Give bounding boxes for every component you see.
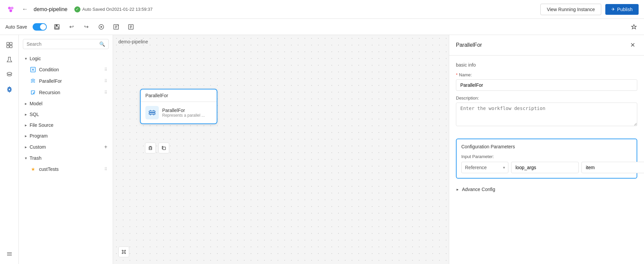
- tree-group-model[interactable]: ► Model: [19, 98, 113, 109]
- input-param-group: Input Parameter: Reference Value Express…: [461, 154, 632, 173]
- right-panel-close-button[interactable]: ✕: [628, 40, 637, 50]
- node-title: ParallelFor: [145, 93, 168, 98]
- right-panel-title: ParallelFor: [456, 42, 482, 48]
- logic-arrow-icon: ▼: [24, 57, 28, 61]
- redo-icon[interactable]: ↪: [82, 22, 91, 32]
- component-tree: ▼ Logic Condition ⠿: [19, 53, 113, 264]
- search-box: 🔍: [23, 39, 109, 49]
- list-item-condition[interactable]: Condition ⠿: [19, 64, 113, 75]
- svg-rect-12: [10, 42, 12, 45]
- advance-arrow-icon: ►: [456, 188, 459, 191]
- sql-arrow-icon: ►: [24, 113, 28, 116]
- right-panel: ParallelFor ✕ basic info * Name: Descrip…: [449, 35, 644, 264]
- nav-menu-icon[interactable]: [3, 248, 15, 260]
- filesource-arrow-icon: ►: [24, 123, 28, 127]
- nav-dashboard-icon[interactable]: [3, 39, 15, 51]
- nav-experiment-icon[interactable]: [3, 54, 15, 66]
- description-label: Description:: [456, 96, 637, 101]
- publish-button[interactable]: ✈ Publish: [605, 4, 639, 15]
- svg-rect-24: [149, 111, 155, 112]
- trash-group-label: Trash: [30, 155, 41, 161]
- sql-group-label: SQL: [30, 112, 39, 117]
- export-icon[interactable]: [111, 22, 121, 32]
- tree-group-filesource[interactable]: ► File Source: [19, 120, 113, 130]
- list-item-custtests[interactable]: ★ custTests ⠿: [19, 163, 113, 175]
- node-body: ParallelFor Represents a parallel ...: [141, 102, 217, 123]
- trash-arrow-icon: ▼: [24, 156, 28, 160]
- nav-data-icon[interactable]: [3, 69, 15, 81]
- nav-settings-icon[interactable]: [3, 83, 15, 96]
- tree-group-custom[interactable]: ► Custom +: [19, 141, 113, 153]
- svg-rect-28: [163, 147, 166, 150]
- undo-icon[interactable]: ↩: [67, 22, 76, 32]
- tree-group-logic[interactable]: ▼ Logic: [19, 53, 113, 64]
- config-section: Configuration Parameters Input Parameter…: [456, 139, 637, 179]
- custtests-drag-icon: ⠿: [104, 167, 107, 172]
- canvas-area[interactable]: demo-pipeline ParallelFor ParallelFor Re…: [113, 35, 449, 264]
- import-icon[interactable]: [126, 22, 136, 32]
- recursion-label: Recursion: [39, 90, 60, 95]
- config-section-title: Configuration Parameters: [461, 144, 632, 149]
- reference-select-wrap: Reference Value Expression ▼: [461, 162, 508, 173]
- advance-config-section[interactable]: ► Advance Config: [456, 185, 637, 193]
- pipeline-name: demo-pipeline: [34, 6, 68, 12]
- custtests-icon: ★: [30, 166, 36, 173]
- model-group-label: Model: [30, 101, 42, 106]
- basic-info-label: basic info: [456, 62, 637, 68]
- description-field: Description:: [456, 96, 637, 127]
- input-param-row: Reference Value Expression ▼: [461, 162, 632, 173]
- tree-group-sql[interactable]: ► SQL: [19, 109, 113, 120]
- canvas-fullscreen-button[interactable]: [118, 247, 129, 257]
- description-textarea[interactable]: [456, 103, 637, 126]
- recursion-icon: [30, 89, 36, 96]
- filesource-group-label: File Source: [30, 122, 53, 128]
- node-actions: [145, 143, 169, 153]
- list-item-recursion[interactable]: Recursion ⠿: [19, 87, 113, 98]
- basic-info-section: basic info * Name: Description:: [456, 62, 637, 132]
- node-delete-button[interactable]: [145, 143, 156, 153]
- condition-label: Condition: [39, 67, 59, 72]
- model-arrow-icon: ►: [24, 102, 28, 106]
- name-field: * Name:: [456, 72, 637, 91]
- component-panel: 🔍 ▼ Logic Condition ⠿: [19, 35, 113, 264]
- svg-rect-5: [55, 27, 59, 29]
- tree-group-trash[interactable]: ▼ Trash: [19, 153, 113, 163]
- svg-point-2: [9, 9, 12, 12]
- right-panel-body: basic info * Name: Description: Configur…: [449, 55, 644, 200]
- node-desc: Represents a parallel ...: [162, 113, 205, 118]
- loop-args-input[interactable]: [511, 162, 579, 173]
- publish-icon: ✈: [611, 7, 615, 12]
- save-icon[interactable]: [52, 22, 62, 32]
- reference-select[interactable]: Reference Value Expression: [461, 162, 508, 173]
- right-panel-header: ParallelFor ✕: [449, 35, 644, 55]
- list-item-parallelfor[interactable]: ParallelFor ⠿: [19, 75, 113, 87]
- parallelfor-node[interactable]: ParallelFor ParallelFor Represents a par…: [140, 89, 217, 124]
- node-copy-button[interactable]: [158, 143, 169, 153]
- back-button[interactable]: ←: [20, 5, 30, 14]
- tree-group-program[interactable]: ► Program: [19, 130, 113, 141]
- svg-rect-14: [10, 45, 12, 48]
- svg-point-1: [11, 7, 13, 9]
- publish-label: Publish: [617, 7, 633, 12]
- node-info: ParallelFor Represents a parallel ...: [162, 108, 205, 118]
- svg-rect-11: [7, 42, 9, 45]
- play-icon[interactable]: [97, 22, 106, 32]
- custom-arrow-icon: ►: [24, 145, 28, 149]
- parallelfor-icon: [30, 78, 36, 84]
- custtests-label: custTests: [39, 166, 59, 172]
- custom-add-icon[interactable]: +: [104, 144, 107, 150]
- auto-save-toggle[interactable]: [33, 23, 47, 31]
- svg-marker-10: [632, 25, 636, 29]
- check-circle-icon: ✓: [74, 6, 80, 12]
- logic-group-label: Logic: [30, 56, 41, 61]
- search-input[interactable]: [27, 41, 97, 47]
- item-input[interactable]: [581, 162, 644, 173]
- view-running-button[interactable]: View Running Instance: [540, 4, 601, 15]
- svg-rect-4: [56, 25, 58, 26]
- program-arrow-icon: ►: [24, 134, 28, 138]
- left-nav: [0, 35, 19, 264]
- settings-right-icon[interactable]: [629, 22, 639, 32]
- name-input[interactable]: [456, 79, 637, 91]
- svg-point-17: [8, 88, 10, 90]
- auto-saved-text: Auto Saved On2021-01-22 13:59:37: [82, 7, 153, 12]
